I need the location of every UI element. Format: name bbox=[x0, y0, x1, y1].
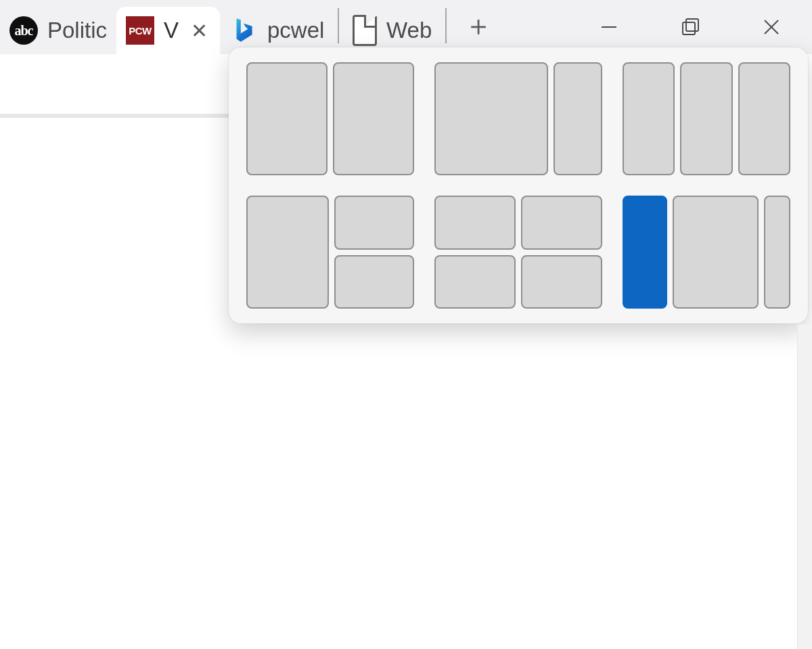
snap-layout-flyout bbox=[229, 47, 808, 323]
pcw-favicon: PCW bbox=[126, 16, 154, 45]
abc-favicon: abc bbox=[9, 16, 38, 45]
snap-zone[interactable] bbox=[434, 255, 516, 309]
snap-zone[interactable] bbox=[623, 62, 675, 175]
tab-title: Politic bbox=[47, 18, 107, 43]
snap-zone[interactable] bbox=[764, 196, 790, 309]
snap-zone[interactable] bbox=[434, 62, 548, 175]
page-icon bbox=[353, 15, 377, 46]
maximize-button[interactable] bbox=[650, 0, 731, 54]
browser-tab-1[interactable]: abc Politic bbox=[0, 7, 116, 54]
snap-zone[interactable] bbox=[333, 62, 414, 175]
tab-title: V bbox=[164, 18, 179, 43]
snap-layout-option-1[interactable] bbox=[246, 62, 414, 175]
snap-zone[interactable] bbox=[434, 196, 516, 250]
snap-zone-selected[interactable] bbox=[623, 196, 667, 309]
snap-zone[interactable] bbox=[521, 255, 602, 309]
window-controls bbox=[568, 0, 812, 54]
snap-zone[interactable] bbox=[673, 196, 759, 309]
svg-rect-1 bbox=[683, 22, 695, 35]
tab-divider bbox=[338, 8, 339, 43]
snap-zone[interactable] bbox=[246, 62, 328, 175]
toolbar-area bbox=[0, 54, 229, 115]
snap-zone[interactable] bbox=[554, 62, 602, 175]
new-tab-button[interactable]: ＋ bbox=[451, 7, 506, 45]
snap-zone[interactable] bbox=[680, 62, 732, 175]
svg-rect-2 bbox=[686, 19, 698, 31]
close-window-button[interactable] bbox=[731, 0, 812, 54]
bing-favicon bbox=[229, 16, 258, 45]
tab-title: Web bbox=[386, 18, 432, 43]
snap-layout-option-4[interactable] bbox=[246, 196, 414, 309]
snap-zone[interactable] bbox=[246, 196, 329, 309]
close-tab-icon[interactable]: ✕ bbox=[188, 19, 210, 43]
browser-tab-2-active[interactable]: PCW V ✕ bbox=[116, 7, 220, 54]
snap-zone[interactable] bbox=[334, 255, 414, 309]
snap-layout-option-2[interactable] bbox=[434, 62, 602, 175]
snap-zone[interactable] bbox=[334, 196, 414, 250]
snap-zone[interactable] bbox=[738, 62, 790, 175]
tab-title: pcwel bbox=[267, 18, 324, 43]
snap-zone[interactable] bbox=[521, 196, 602, 250]
vertical-scrollbar[interactable] bbox=[797, 325, 812, 649]
snap-layout-option-6[interactable] bbox=[623, 196, 790, 309]
minimize-button[interactable] bbox=[568, 0, 650, 54]
snap-layout-option-5[interactable] bbox=[434, 196, 602, 309]
snap-layout-option-3[interactable] bbox=[623, 62, 790, 175]
tab-divider bbox=[445, 8, 447, 43]
